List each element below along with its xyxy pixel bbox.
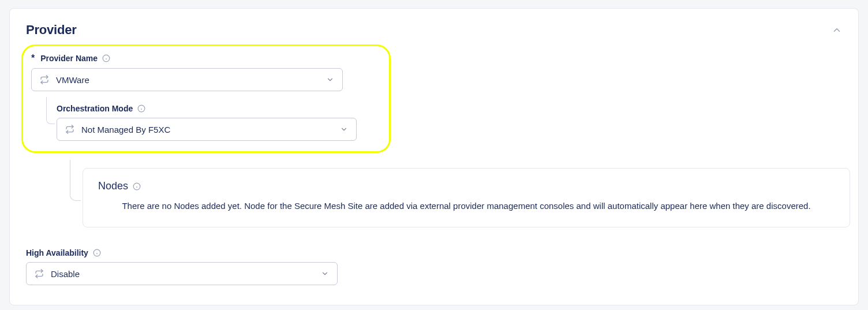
select-left: VMWare — [40, 75, 89, 85]
orchestration-mode-label-row: Orchestration Mode — [57, 104, 381, 113]
info-icon — [137, 104, 145, 113]
nodes-info-icon[interactable] — [133, 182, 141, 191]
provider-section-card: Provider * Provider Name VMWare — [9, 8, 859, 305]
nodes-title-row: Nodes — [98, 180, 835, 192]
high-availability-select[interactable]: Disable — [26, 262, 338, 285]
provider-name-value: VMWare — [56, 75, 89, 85]
section-header: Provider — [26, 23, 842, 38]
orchestration-mode-value: Not Managed By F5XC — [81, 125, 170, 135]
chevron-down-icon — [326, 76, 334, 84]
high-availability-block: High Availability Disable — [26, 248, 842, 285]
info-icon — [133, 182, 141, 191]
provider-name-select[interactable]: VMWare — [31, 68, 343, 91]
high-availability-value: Disable — [51, 269, 80, 279]
info-icon — [93, 249, 101, 257]
collapse-section-toggle[interactable] — [832, 25, 842, 35]
nodes-panel: Nodes There are no Nodes added yet. Node… — [83, 168, 850, 227]
orchestration-mode-block: Orchestration Mode Not Managed By F5XC — [57, 104, 381, 141]
switch-icon — [35, 269, 44, 278]
nodes-title: Nodes — [98, 180, 128, 192]
nodes-block: Nodes There are no Nodes added yet. Node… — [83, 168, 842, 227]
chevron-up-icon — [832, 25, 842, 35]
section-title: Provider — [26, 23, 77, 38]
select-left: Not Managed By F5XC — [65, 125, 170, 135]
provider-name-label-row: * Provider Name — [31, 53, 381, 64]
high-availability-label: High Availability — [26, 248, 88, 257]
switch-icon — [65, 125, 74, 134]
chevron-down-icon — [321, 270, 329, 278]
orchestration-mode-info-icon[interactable] — [137, 104, 145, 113]
high-availability-label-row: High Availability — [26, 248, 842, 257]
nodes-description: There are no Nodes added yet. Node for t… — [98, 199, 835, 213]
info-icon — [102, 54, 110, 62]
switch-icon — [40, 75, 49, 84]
provider-name-info-icon[interactable] — [102, 54, 110, 62]
select-left: Disable — [35, 269, 80, 279]
required-marker: * — [31, 53, 35, 64]
orchestration-mode-label: Orchestration Mode — [57, 104, 133, 113]
provider-name-label: Provider Name — [40, 54, 98, 63]
highlight-annotation-box: * Provider Name VMWare Orchestration Mod… — [21, 44, 391, 153]
chevron-down-icon — [340, 125, 348, 133]
orchestration-mode-select[interactable]: Not Managed By F5XC — [57, 118, 357, 141]
high-availability-info-icon[interactable] — [93, 249, 101, 257]
